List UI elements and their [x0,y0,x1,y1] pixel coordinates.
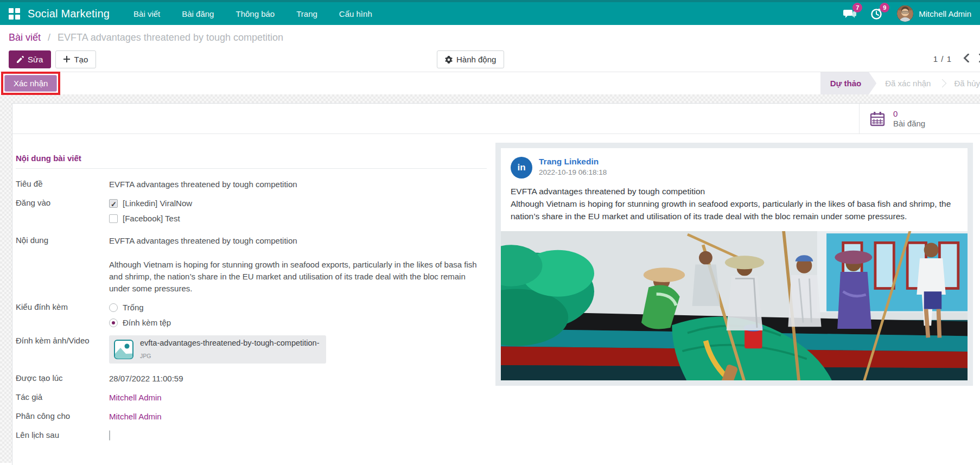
field-title-label: Tiêu đề [16,179,109,188]
schedule-later-checkbox[interactable] [109,430,110,441]
field-title: Tiêu đề EVFTA advantages threatened by t… [16,179,487,190]
user-avatar [897,5,913,22]
linkedin-checkbox-label: [Linkedin] ViralNow [123,198,192,209]
post-image [501,231,968,380]
preview-message-line1: EVFTA advantages threatened by tough com… [511,185,958,198]
form-sheet: 0 Bài đăng Nội dung bài viết Tiêu đề EVF… [12,103,980,465]
field-assigned-to-label: Phân công cho [16,411,109,421]
attachment-type-option-file: Đính kèm tệp [109,317,487,329]
radio-dinh-kem-tep[interactable] [109,319,118,327]
field-attachment: Đính kèm ảnh/Video evfta-advantages-thre… [16,335,487,364]
breadcrumb-parent-link[interactable]: Bài viết [9,32,41,43]
chevron-left-icon [963,54,969,62]
social-preview-post: in Trang Linkedin 2022-10-19 06:18:18 EV… [501,148,968,380]
control-panel: Sửa Tạo Hành động 1 / 1 [0,47,980,72]
menu-item-bai-viet[interactable]: Bài viết [133,9,160,18]
post-on-option-facebook: [Facebook] Test [109,213,487,225]
social-preview-card: in Trang Linkedin 2022-10-19 06:18:18 EV… [495,143,973,386]
user-name: Mitchell Admin [919,9,971,18]
screen: Social Marketing Bài viết Bài đăng Thông… [0,0,980,465]
field-attachment-type-label: Kiểu đính kèm [16,302,109,311]
menu-item-bai-dang[interactable]: Bài đăng [182,9,214,18]
edit-button[interactable]: Sửa [9,50,51,68]
author-link[interactable]: Mitchell Admin [109,392,487,404]
stat-label: Bài đăng [893,119,925,129]
field-post-on: Đăng vào [Linkedin] ViralNow [Facebook] … [16,198,487,228]
linkedin-avatar-icon: in [511,157,532,179]
menu-item-cau-hinh[interactable]: Cấu hình [339,9,372,18]
field-created-on: Được tạo lúc 28/07/2022 11:00:59 [16,373,487,385]
confirm-button[interactable]: Xác nhận [4,75,57,92]
messages-button[interactable]: 7 [843,7,857,20]
create-button-label: Tạo [74,55,88,64]
message-line2: Although Vietnam is hoping for stunning … [109,260,477,293]
post-on-option-linkedin: [Linkedin] ViralNow [109,198,487,209]
breadcrumb-current: EVFTA advantages threatened by tough com… [58,32,283,43]
menu-item-trang[interactable]: Trang [296,9,317,18]
field-attachment-type: Kiểu đính kèm Trống Đính kèm tệp [16,302,487,332]
assigned-to-link[interactable]: Mitchell Admin [109,411,487,423]
form-left-column: Nội dung bài viết Tiêu đề EVFTA advantag… [16,154,487,449]
action-button[interactable]: Hành động [437,50,504,68]
linkedin-checkbox[interactable] [109,199,118,208]
sheet-body: Nội dung bài viết Tiêu đề EVFTA advantag… [12,134,980,449]
message-blank-line [109,247,487,259]
radio-dinh-kem-tep-label: Đính kèm tệp [123,317,171,329]
gear-icon [445,56,453,63]
sheet-header: 0 Bài đăng [12,104,980,134]
create-button[interactable]: Tạo [55,50,96,68]
stat-texts: 0 Bài đăng [893,109,925,129]
attachment-type-option-none: Trống [109,302,487,314]
field-created-on-label: Được tạo lúc [16,373,109,383]
preview-message-line2: Although Vietnam is hoping for stunning … [511,198,958,222]
section-title-content: Nội dung bài viết [16,154,487,169]
preview-message: EVFTA advantages threatened by tough com… [501,183,968,231]
statusbar: Xác nhận Dự thảo Đã xác nhận Đã hủy [0,72,980,94]
form-background: 0 Bài đăng Nội dung bài viết Tiêu đề EVF… [0,94,980,463]
field-schedule-later: Lên lịch sau [16,430,487,442]
message-line1: EVFTA advantages threatened by tough com… [109,236,297,245]
stage-da-xac-nhan[interactable]: Đã xác nhận [876,79,939,88]
attachment-file-type: JPG [140,350,320,362]
pencil-icon [17,56,24,63]
field-message: Nội dung EVFTA advantages threatened by … [16,235,487,295]
form-right-column: in Trang Linkedin 2022-10-19 06:18:18 EV… [495,143,973,449]
menu-item-thong-bao[interactable]: Thông báo [236,9,275,18]
attachment-card[interactable]: evfta-advantages-threatened-by-tough-com… [109,335,326,364]
facebook-checkbox-label: [Facebook] Test [123,213,180,225]
action-button-label: Hành động [456,55,496,64]
radio-trong-label: Trống [123,302,144,314]
field-schedule-later-label: Lên lịch sau [16,430,109,439]
pager-value: 1 / 1 [933,54,952,63]
field-author: Tác giả Mitchell Admin [16,392,487,404]
field-post-on-label: Đăng vào [16,198,109,207]
preview-timestamp: 2022-10-19 06:18:18 [539,168,607,176]
user-menu[interactable]: Mitchell Admin [897,5,971,22]
field-author-label: Tác giả [16,392,109,402]
image-file-icon [114,340,133,359]
messages-badge: 7 [852,3,862,12]
preview-header: in Trang Linkedin 2022-10-19 06:18:18 [501,148,968,183]
field-title-value: EVFTA advantages threatened by tough com… [109,179,487,190]
apps-grid-icon[interactable] [9,8,20,20]
field-message-value: EVFTA advantages threatened by tough com… [109,235,487,295]
top-navbar: Social Marketing Bài viết Bài đăng Thông… [0,0,980,25]
preview-account-name: Trang Linkedin [539,157,607,167]
field-attachment-label: Đính kèm ảnh/Video [16,335,109,345]
attachment-texts: evfta-advantages-threatened-by-tough-com… [140,337,320,362]
posts-stat-button[interactable]: 0 Bài đăng [859,104,980,133]
stage-pipeline: Dự thảo Đã xác nhận Đã hủy [820,72,980,94]
stage-da-huy[interactable]: Đã hủy [945,79,980,88]
app-title[interactable]: Social Marketing [28,8,110,20]
facebook-checkbox[interactable] [109,214,118,223]
activities-badge: 9 [880,3,889,12]
attachment-file-name: evfta-advantages-threatened-by-tough-com… [140,337,320,349]
calendar-icon [869,111,886,127]
navbar-right: 7 9 [843,5,971,22]
breadcrumb: Bài viết / EVFTA advantages threatened b… [0,25,980,47]
field-assigned-to: Phân công cho Mitchell Admin [16,411,487,423]
activities-button[interactable]: 9 [870,7,884,20]
radio-trong[interactable] [109,303,118,312]
stage-du-thao[interactable]: Dự thảo [820,72,877,94]
pager-previous-button[interactable] [963,54,969,65]
